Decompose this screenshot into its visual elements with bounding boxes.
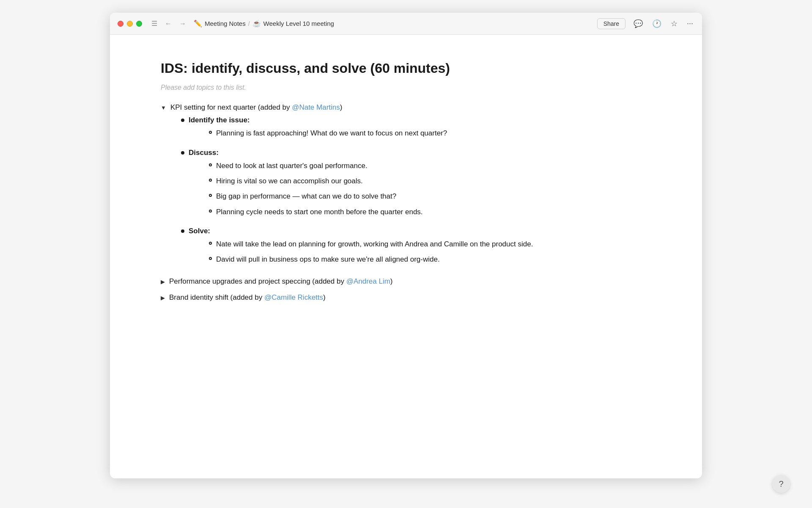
discuss-content: Discuss: Need to look at last quarter's … [189,149,423,222]
main-content: IDS: identify, discuss, and solve (60 mi… [110,35,702,478]
kpi-label: KPI setting for next quarter (added by @… [170,103,343,112]
bullet-icon [181,151,184,155]
solve-item-2: David will pull in business ops to make … [216,254,440,265]
forward-button[interactable]: → [178,19,188,28]
identify-items: Planning is fast approaching! What do we… [189,128,447,139]
mention-nate: @Nate Martins [292,103,340,111]
solve-item-1: Nate will take the lead on planning for … [216,239,533,250]
list-item: ▼ KPI setting for next quarter (added by… [161,103,651,269]
breadcrumb-child[interactable]: Weekly Level 10 meeting [263,20,334,27]
discuss-section: Discuss: Need to look at last quarter's … [181,149,651,222]
nav-controls: ☰ ← → [150,19,188,28]
page-title: IDS: identify, discuss, and solve (60 mi… [161,60,651,76]
identify-section: Identify the issue: Planning is fast app… [181,116,651,143]
titlebar: ☰ ← → ✏️ Meeting Notes / ☕ Weekly Level … [110,13,702,35]
breadcrumb: ✏️ Meeting Notes / ☕ Weekly Level 10 mee… [194,19,334,28]
solve-content: Solve: Nate will take the lead on planni… [189,227,533,270]
help-button[interactable]: ? [772,475,790,493]
star-button[interactable]: ☆ [669,18,679,30]
performance-label: Performance upgrades and project speccin… [169,277,393,286]
identify-content: Identify the issue: Planning is fast app… [189,116,447,143]
bullet-icon [181,229,184,233]
discuss-item-3: Big gap in performance — what can we do … [216,191,396,202]
minimize-button[interactable] [127,21,133,27]
root-icon: ✏️ [194,19,202,28]
subtitle: Please add topics to this list. [161,84,651,91]
list-item: Planning is fast approaching! What do we… [209,128,447,139]
traffic-lights [118,21,142,27]
mention-andrea: @Andrea Lim [346,277,390,285]
identify-item-1: Planning is fast approaching! What do we… [216,128,447,139]
list-item: ▶ Performance upgrades and project specc… [161,277,651,286]
discuss-item-4: Planning cycle needs to start one month … [216,207,423,218]
more-button[interactable]: ··· [686,18,694,29]
history-button[interactable]: 🕐 [651,18,663,30]
circle-icon [209,257,212,260]
circle-icon [209,194,212,197]
brand-label: Brand identity shift (added by @Camille … [169,293,326,302]
list-item: ▶ Brand identity shift (added by @Camill… [161,293,651,302]
maximize-button[interactable] [136,21,142,27]
solve-section: Solve: Nate will take the lead on planni… [181,227,651,270]
performance-toggle[interactable]: ▶ Performance upgrades and project specc… [161,277,651,286]
list-item: David will pull in business ops to make … [209,254,533,265]
kpi-sections: Identify the issue: Planning is fast app… [161,116,651,269]
titlebar-right: Share 💬 🕐 ☆ ··· [597,18,694,30]
kpi-toggle[interactable]: ▼ KPI setting for next quarter (added by… [161,103,651,112]
back-button[interactable]: ← [163,19,173,28]
solve-items: Nate will take the lead on planning for … [189,239,533,265]
bullet-icon [181,119,184,122]
hamburger-button[interactable]: ☰ [150,19,159,28]
child-icon: ☕ [252,19,261,28]
circle-icon [209,179,212,182]
share-button[interactable]: Share [597,18,625,29]
close-button[interactable] [118,21,123,27]
comment-button[interactable]: 💬 [632,18,644,30]
arrow-right-icon: ▶ [161,279,165,285]
list-item: Nate will take the lead on planning for … [209,239,533,250]
circle-icon [209,210,212,213]
arrow-right-icon: ▶ [161,295,165,301]
discuss-items: Need to look at last quarter's goal perf… [189,160,423,218]
top-list: ▼ KPI setting for next quarter (added by… [161,103,651,301]
discuss-item-1: Need to look at last quarter's goal perf… [216,160,368,171]
breadcrumb-separator: / [248,20,250,27]
list-item: Planning cycle needs to start one month … [209,207,423,218]
circle-icon [209,163,212,166]
list-item: Need to look at last quarter's goal perf… [209,160,423,171]
breadcrumb-root[interactable]: Meeting Notes [205,20,246,27]
list-item: Big gap in performance — what can we do … [209,191,423,202]
brand-toggle[interactable]: ▶ Brand identity shift (added by @Camill… [161,293,651,302]
discuss-heading: Discuss: [189,149,219,157]
solve-heading: Solve: [189,227,210,235]
arrow-down-icon: ▼ [161,105,166,111]
circle-icon [209,131,212,134]
circle-icon [209,242,212,245]
discuss-item-2: Hiring is vital so we can accomplish our… [216,176,363,187]
mention-camille: @Camille Ricketts [264,293,323,301]
identify-heading: Identify the issue: [189,116,250,124]
app-window: ☰ ← → ✏️ Meeting Notes / ☕ Weekly Level … [110,13,702,478]
list-item: Hiring is vital so we can accomplish our… [209,176,423,187]
